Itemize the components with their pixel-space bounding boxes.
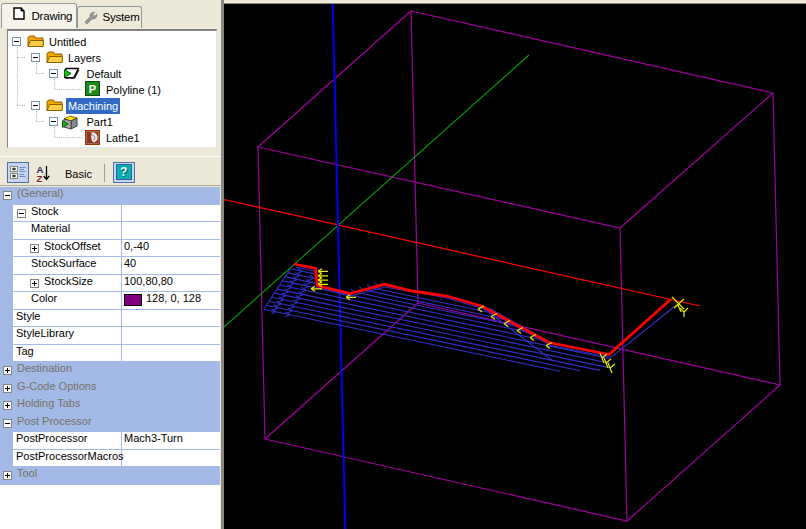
svg-text:?: ?: [120, 165, 127, 179]
svg-text:Z: Z: [37, 173, 43, 184]
svg-text:P: P: [89, 83, 96, 95]
